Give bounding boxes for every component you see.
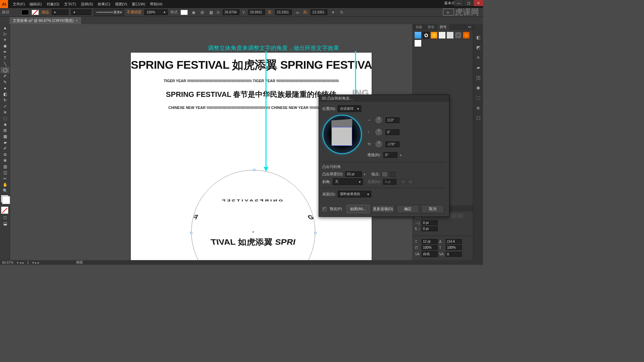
document-tab[interactable]: 文变效果.ai* @ 66.67% (CMYK/预览)× (9, 17, 81, 24)
extra2-icon[interactable]: ↻ (339, 9, 345, 15)
lasso-tool[interactable]: ◉ (1, 43, 9, 49)
no-fill-indicator[interactable] (1, 206, 8, 214)
kerning-field[interactable]: 自动 (422, 251, 438, 257)
trackball[interactable] (322, 115, 362, 154)
h-field[interactable]: 23.3351 (311, 9, 327, 15)
height-field[interactable]: 4 pt (383, 179, 396, 185)
artboard-number[interactable]: 1 (27, 261, 29, 264)
font-size-field[interactable]: 12 pt (422, 239, 438, 244)
strip-stroke-icon[interactable]: ≡ (475, 54, 482, 61)
indent-left-field[interactable]: 0 pt (422, 220, 438, 225)
menu-help[interactable]: 帮助(H) (148, 0, 164, 8)
x-field[interactable]: 26.8704 (223, 9, 239, 15)
map-art-button[interactable]: 贴图(M)... (347, 205, 370, 213)
minimize-button[interactable]: — (454, 0, 464, 6)
y-dial[interactable] (375, 128, 383, 136)
menu-effect[interactable]: 效果(C) (96, 0, 112, 8)
blend-tool[interactable]: ⧉ (1, 152, 9, 158)
blob-brush-tool[interactable]: ● (1, 85, 9, 91)
tracking-field[interactable]: 0 (446, 252, 462, 257)
menu-object[interactable]: 对象(O) (45, 0, 61, 8)
symbol-swatch[interactable] (446, 32, 454, 39)
direct-selection-tool[interactable]: ▷ (1, 31, 9, 37)
surface-select[interactable]: 塑料效果底纹▾ (338, 191, 371, 197)
hand-tool[interactable]: ✋ (1, 182, 9, 188)
symbol-swatch[interactable] (414, 32, 422, 39)
bevel-out-icon[interactable] (408, 179, 413, 184)
ellipse-tool[interactable]: ◯ (1, 67, 9, 73)
justify-all-icon[interactable] (457, 214, 463, 218)
strip-transparency-icon[interactable]: ◫ (475, 74, 482, 81)
selection-tool[interactable]: ▲ (1, 25, 9, 31)
cancel-button[interactable]: 取消 (421, 205, 444, 213)
dialog-title-bar[interactable]: 3D 凸出和斜角选… (319, 95, 449, 102)
pen-tool[interactable]: ✒ (1, 49, 9, 55)
width-tool[interactable]: ≋ (1, 109, 9, 115)
symbol-swatch[interactable] (430, 32, 438, 39)
x-dial[interactable] (375, 116, 383, 124)
paintbrush-tool[interactable]: ✐ (1, 73, 9, 79)
style-swatch[interactable] (180, 10, 188, 15)
panel-tab-symbols[interactable]: 符号 (437, 24, 449, 30)
change-screen-tool[interactable]: ⬓ (1, 221, 9, 227)
pencil-tool[interactable]: ✎ (1, 79, 9, 85)
strip-appearance-icon[interactable]: ◉ (475, 84, 482, 91)
shape-builder-tool[interactable]: ◈ (1, 121, 9, 127)
y-angle-field[interactable]: 0° (385, 129, 399, 135)
z-angle-field[interactable]: -178° (385, 141, 399, 147)
cap-off-icon[interactable] (390, 172, 396, 177)
menu-window[interactable]: 窗口(W) (130, 0, 147, 8)
close-button[interactable]: ✕ (474, 0, 483, 6)
strip-color-icon[interactable]: ◧ (475, 34, 482, 41)
panel-expand-icon[interactable]: ▸▸ (467, 24, 473, 30)
z-dial[interactable] (375, 140, 383, 148)
strip-gradient-icon[interactable]: ▰ (475, 64, 482, 71)
menu-file[interactable]: 文件(F) (11, 0, 27, 8)
fill-swatch[interactable] (21, 10, 29, 15)
bevel-select[interactable]: 无▾ (333, 178, 363, 185)
menu-edit[interactable]: 编辑(E) (28, 0, 44, 8)
opacity-select[interactable]: 100%▾ (144, 9, 168, 15)
strip-artboards-icon[interactable]: ▢ (475, 114, 482, 121)
stroke-swatch[interactable] (32, 10, 39, 15)
eyedropper-tool[interactable]: ✐ (1, 145, 9, 152)
maximize-button[interactable]: ◻ (464, 0, 473, 6)
rotate-tool[interactable]: ↻ (1, 97, 9, 103)
symbol-sprayer-tool[interactable]: ❋ (1, 158, 9, 164)
more-options-button[interactable]: 更多选项(O) (372, 205, 394, 213)
extra1-icon[interactable]: ✦ (330, 9, 336, 15)
transform-icon[interactable]: ▦ (208, 9, 214, 15)
ok-button[interactable]: 确定 (396, 205, 419, 213)
position-select[interactable]: 自设旋转▾ (338, 105, 361, 112)
perspective-grid-tool[interactable]: ⊞ (1, 127, 9, 133)
symbol-swatch[interactable] (414, 40, 422, 47)
align-icon[interactable]: ⊞ (199, 9, 205, 15)
w-field[interactable]: 23.3351 (275, 9, 292, 15)
eraser-tool[interactable]: ◧ (1, 91, 9, 97)
y-field[interactable]: 29.9931 (248, 9, 265, 15)
v-scale-field[interactable]: 100% (422, 245, 438, 250)
variable-width-select[interactable]: ▾ (71, 9, 91, 15)
magic-wand-tool[interactable]: ✴ (1, 37, 9, 43)
symbol-swatch[interactable] (463, 32, 470, 39)
strip-color-guide-icon[interactable]: ◩ (475, 44, 482, 51)
depth-field[interactable]: 50 pt (345, 171, 362, 177)
justify-right-icon[interactable] (450, 214, 456, 218)
preview-checkbox[interactable] (322, 207, 326, 211)
close-tab-icon[interactable]: × (76, 19, 78, 22)
panel-tab-swatches[interactable]: 色板 (413, 24, 425, 30)
free-transform-tool[interactable]: ⬚ (1, 115, 9, 121)
recolor-icon[interactable]: ◉ (191, 9, 197, 15)
scale-tool[interactable]: ⤢ (1, 103, 9, 109)
symbol-swatch[interactable] (454, 32, 462, 39)
strip-layers-icon[interactable]: ≣ (475, 104, 482, 111)
gradient-tool[interactable]: ▰ (1, 139, 9, 145)
x-angle-field[interactable]: 113° (385, 117, 399, 123)
panel-tab-brushes[interactable]: 画笔 (425, 24, 437, 30)
perspective-field[interactable]: 0° (383, 152, 397, 158)
stroke-weight-select[interactable]: ▾ (52, 9, 68, 15)
indent-first-field[interactable]: 0 pt (422, 226, 438, 231)
type-tool[interactable]: T (1, 55, 9, 61)
line-tool[interactable]: ╲ (1, 61, 9, 67)
bevel-in-icon[interactable] (400, 179, 406, 184)
